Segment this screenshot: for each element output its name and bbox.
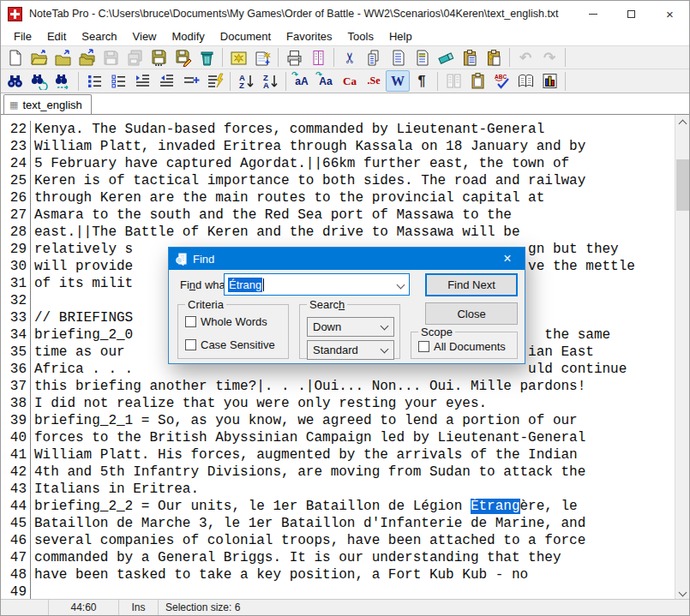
add-favorite-button[interactable] — [250, 47, 274, 69]
line-number: 45 — [1, 515, 30, 532]
save-as-button[interactable] — [147, 47, 171, 69]
sort-descending-button[interactable]: ZA — [258, 70, 282, 92]
find-next-button-toolbar[interactable] — [51, 70, 75, 92]
maximize-button[interactable] — [612, 1, 651, 27]
line-number: 25 — [1, 172, 30, 189]
close-find-button[interactable]: Close — [425, 302, 518, 325]
vertical-scrollbar[interactable] — [675, 115, 689, 601]
redo-icon: ↷ — [543, 49, 555, 67]
sentence-case-button[interactable]: .Se — [362, 70, 386, 92]
menu-item[interactable]: Search — [74, 28, 124, 45]
cut-button[interactable]: ✂ — [338, 47, 362, 69]
numbered-list-button[interactable] — [106, 70, 130, 92]
status-insert-mode: Ins — [119, 600, 159, 615]
find-dialog-titlebar[interactable]: Find × — [169, 248, 525, 270]
scrollbar-thumb[interactable] — [676, 159, 689, 211]
find-dialog-close-icon[interactable]: × — [490, 248, 525, 270]
editor-line: 49 — [1, 583, 689, 601]
combo-dropdown-icon[interactable] — [397, 281, 405, 290]
indent-button[interactable] — [130, 70, 154, 92]
editor-line: 47commanded by a General Briggs. It is o… — [1, 549, 689, 566]
new-document-button[interactable] — [3, 47, 27, 69]
menu-item[interactable]: Edit — [39, 28, 74, 45]
clipboard-favorite-button[interactable] — [482, 47, 506, 69]
paste-button[interactable] — [386, 47, 410, 69]
menu-item[interactable]: Help — [381, 28, 420, 45]
tabbar: ▦ text_english — [1, 93, 689, 115]
app-icon — [8, 7, 22, 21]
paste-clipboard-button[interactable] — [458, 47, 482, 69]
line-number: 29 — [1, 241, 30, 258]
search-group: Search Down Standard — [299, 304, 400, 359]
find-what-input[interactable]: Étrang — [224, 273, 410, 296]
checkbox-box[interactable] — [185, 339, 196, 350]
menu-item[interactable]: Favorites — [279, 28, 339, 45]
spell-check-button[interactable]: ABC — [489, 70, 513, 92]
editor-line: 44briefing_2_2 = Our units, le 1er Batai… — [1, 498, 689, 515]
replace-button[interactable] — [27, 70, 51, 92]
outdent-button[interactable] — [154, 70, 178, 92]
checkbox-box[interactable] — [185, 316, 196, 327]
statistics-button[interactable] — [537, 70, 561, 92]
menu-item[interactable]: Document — [213, 28, 279, 45]
whole-words-checkbox[interactable]: Whole Words — [185, 315, 267, 328]
direction-dropdown[interactable]: Down — [307, 317, 394, 337]
open-folder-button[interactable] — [51, 47, 75, 69]
line-number: 35 — [1, 344, 30, 361]
word-wrap-toggle[interactable]: W — [386, 70, 410, 92]
eraser-button[interactable] — [434, 47, 458, 69]
all-documents-checkbox[interactable]: All Documents — [418, 340, 506, 353]
favorites-folder-button[interactable] — [226, 47, 250, 69]
tab-text-english[interactable]: ▦ text_english — [3, 94, 92, 114]
lowercase-button[interactable]: ↷Aa — [314, 70, 338, 92]
open-all-button[interactable] — [75, 47, 99, 69]
save-button — [99, 47, 123, 69]
join-lines-button[interactable] — [178, 70, 202, 92]
svg-text:Z: Z — [239, 81, 244, 90]
find-button[interactable] — [3, 70, 27, 92]
dictionary-button[interactable] — [513, 70, 537, 92]
scope-group: Scope All Documents — [411, 332, 518, 359]
undo-icon: ↶ — [519, 49, 531, 67]
checkbox-box[interactable] — [418, 341, 429, 352]
menu-item[interactable]: Modify — [165, 28, 213, 45]
menu-item[interactable]: Tools — [340, 28, 381, 45]
find-dialog-icon — [175, 253, 188, 266]
scroll-up-arrow[interactable] — [675, 115, 689, 129]
minimize-button[interactable] — [573, 1, 612, 27]
criteria-label: Criteria — [185, 298, 226, 311]
criteria-group: Criteria Whole Words Case Sensitive — [177, 304, 289, 359]
line-number: 37 — [1, 378, 30, 395]
reformat-button[interactable] — [202, 70, 226, 92]
find-next-button[interactable]: Find Next — [425, 273, 518, 296]
columns-button — [441, 70, 465, 92]
undo-button: ↶ — [513, 47, 537, 69]
bullet-list-button[interactable] — [82, 70, 106, 92]
save-rename-button[interactable] — [171, 47, 195, 69]
print-preview-button[interactable] — [306, 47, 330, 69]
editor-line: 46several companies of colonial troops, … — [1, 532, 689, 549]
clipboard-button[interactable] — [465, 70, 489, 92]
capitalize-button[interactable]: Ca — [338, 70, 362, 92]
copy-button[interactable] — [362, 47, 386, 69]
sort-ascending-button[interactable]: AZ — [234, 70, 258, 92]
paragraph-marks-toggle[interactable]: ¶ — [410, 70, 434, 92]
uppercase-button[interactable]: ↷aA — [290, 70, 314, 92]
close-button[interactable]: × — [651, 1, 689, 27]
line-number: 41 — [1, 446, 30, 463]
line-number: 31 — [1, 275, 30, 292]
delete-button[interactable] — [195, 47, 219, 69]
mode-dropdown[interactable]: Standard — [307, 340, 394, 360]
line-number: 32 — [1, 292, 30, 309]
paste-special-button[interactable] — [410, 47, 434, 69]
open-file-button[interactable] — [27, 47, 51, 69]
tab-label: text_english — [22, 99, 81, 111]
menu-item[interactable]: File — [6, 28, 39, 45]
toolbar-edit: AZ ZA ↷aA ↷Aa Ca .Se W ¶ ABC — [1, 69, 689, 93]
case-sensitive-checkbox[interactable]: Case Sensitive — [185, 338, 275, 351]
status-cursor-position: 44:60 — [49, 600, 119, 615]
line-number: 49 — [1, 583, 30, 601]
editor-line: 45Bataillon de Marche 3, le 1er Bataillo… — [1, 515, 689, 532]
print-button[interactable] — [282, 47, 306, 69]
menu-item[interactable]: View — [125, 28, 165, 45]
